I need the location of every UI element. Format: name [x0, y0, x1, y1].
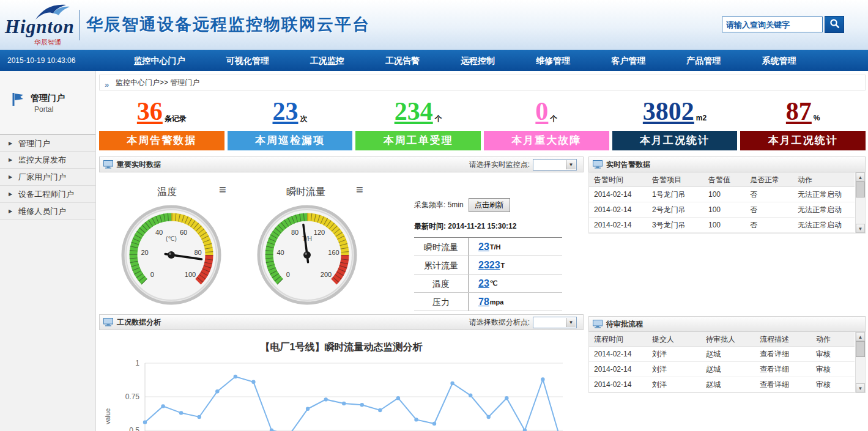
page-header: Hignton 华辰智通 华辰智通设备远程监控物联网云平台	[0, 0, 868, 50]
metric-label: 累计流量	[414, 256, 468, 274]
metric-value: 2323	[478, 260, 500, 271]
stat-unit: 次	[300, 114, 308, 124]
nav-item-customer[interactable]: 客户管理	[605, 50, 651, 71]
metric-row: 压力 78mpa	[414, 293, 562, 311]
sidebar-item-maintainer-portal[interactable]: ▶ 维修人员门户	[0, 203, 95, 220]
stat-value: 3802	[643, 98, 694, 125]
col-header: 动作	[793, 172, 855, 186]
col-header: 流程描述	[755, 332, 811, 346]
portal-title: 管理门户	[31, 93, 65, 104]
scrollbar-thumb[interactable]	[856, 341, 865, 357]
stat-unit: 个	[435, 114, 442, 124]
stat-unit: 个	[550, 114, 557, 124]
arrow-right-icon: ▶	[9, 186, 12, 203]
nav-item-condition-alarm[interactable]: 工况告警	[379, 50, 426, 71]
stat-label: 本周工单受理	[355, 131, 481, 150]
scroll-down-icon[interactable]: ▼	[856, 383, 865, 392]
sidebar-item-label: 维修人员门户	[18, 207, 66, 216]
metric-label: 温度	[414, 274, 468, 292]
alarm-time: 2014-02-14	[589, 187, 647, 202]
col-header: 告警时间	[589, 172, 647, 186]
chevron-down-icon[interactable]: ▼	[566, 160, 576, 169]
alarm-value: 100	[703, 202, 745, 217]
alarm-normal: 否	[745, 218, 793, 232]
approval-table-row: 2014-02-14 刘洋 赵城 查看详细 审核	[589, 347, 855, 362]
sidebar-item-factory-portal[interactable]: ▶ 厂家用户门户	[0, 169, 95, 186]
nav-item-condition-monitor[interactable]: 工况监控	[304, 50, 351, 71]
approval-table-scrollbar[interactable]: ▲ ▼	[855, 332, 865, 392]
realtime-panel-header: 重要实时数据 请选择实时监控点: ▼	[99, 157, 584, 172]
gauge-temperature-title: 温度	[157, 186, 177, 199]
metric-value: 23	[478, 278, 489, 289]
sidebar-item-admin-portal[interactable]: ▶ 管理门户	[0, 134, 95, 152]
monitor-point-dropdown[interactable]: ▼	[533, 159, 577, 171]
svg-text:80: 80	[194, 249, 201, 256]
nav-item-maintenance[interactable]: 维修管理	[530, 50, 576, 71]
metric-label: 瞬时流量	[414, 238, 468, 256]
submitter: 刘洋	[647, 377, 701, 392]
stat-card-monthly-faults[interactable]: 0个 本月重大故障	[484, 95, 609, 150]
svg-text:value: value	[104, 408, 111, 424]
sidebar-item-screen-publish[interactable]: ▶ 监控大屏发布	[0, 152, 95, 169]
audit-link[interactable]: 审核	[811, 377, 855, 392]
metric-row: 温度 23℃	[414, 274, 562, 293]
analysis-point-select-label: 请选择数据分析点:	[469, 317, 530, 328]
chart-menu-icon[interactable]: ≡	[356, 183, 363, 196]
audit-link[interactable]: 审核	[811, 362, 855, 377]
alarm-normal: 否	[745, 202, 793, 217]
stat-card-weekly-inspection[interactable]: 23次 本周巡检漏项	[228, 95, 353, 150]
col-header: 告警项目	[647, 172, 703, 186]
scroll-down-icon[interactable]: ▼	[856, 224, 865, 233]
arrow-right-icon: ▶	[9, 135, 12, 152]
chart-menu-icon[interactable]: ≡	[219, 183, 226, 196]
scroll-up-icon[interactable]: ▲	[856, 172, 865, 182]
nav-item-visualization[interactable]: 可视化管理	[220, 50, 275, 71]
view-detail-link[interactable]: 查看详细	[755, 362, 811, 377]
nav-timestamp: 2015-10-19 10:43:06	[7, 50, 75, 71]
col-header: 流程时间	[589, 332, 647, 346]
scrollbar-thumb[interactable]	[856, 182, 865, 197]
metric-row: 瞬时流量 23T/H	[414, 238, 562, 256]
logo-text: Hignton	[5, 16, 75, 38]
svg-text:60: 60	[180, 229, 187, 236]
analysis-panel-header: 工况数据分析 请选择数据分析点: ▼	[99, 314, 584, 330]
nav-item-remote-control[interactable]: 远程控制	[454, 50, 501, 71]
col-header: 提交人	[647, 332, 701, 346]
refresh-button[interactable]: 点击刷新	[469, 198, 510, 212]
metric-unit: T	[501, 262, 505, 269]
stat-card-monthly-condition-area[interactable]: 3802m2 本月工况统计	[612, 95, 738, 150]
view-detail-link[interactable]: 查看详细	[755, 347, 811, 361]
flow-time: 2014-02-14	[589, 377, 647, 392]
gauge-area: 温度 ≡ 0 20 40 60 80 100	[99, 172, 584, 312]
alarm-table-scrollbar[interactable]: ▲ ▼	[855, 172, 865, 233]
alarm-table-header: 告警时间 告警项目 告警值 是否正常 动作	[589, 172, 855, 187]
view-detail-link[interactable]: 查看详细	[755, 377, 811, 392]
stat-card-monthly-condition-pct[interactable]: 87% 本月工况统计	[740, 95, 866, 150]
svg-text:100: 100	[185, 271, 196, 278]
stat-card-weekly-alarms[interactable]: 36条记录 本周告警数据	[99, 95, 224, 150]
sidebar-item-engineer-portal[interactable]: ▶ 设备工程师门户	[0, 186, 95, 203]
nav-item-system[interactable]: 系统管理	[755, 50, 802, 71]
nav-item-product[interactable]: 产品管理	[680, 50, 727, 71]
breadcrumb-text: 监控中心门户>> 管理门户	[116, 78, 199, 87]
stat-unit: %	[814, 114, 820, 122]
flow-time: 2014-02-14	[589, 362, 647, 377]
search-input[interactable]	[722, 17, 823, 32]
stat-card-weekly-orders[interactable]: 234个 本周工单受理	[355, 95, 481, 150]
stat-label: 本月工况统计	[612, 131, 738, 150]
svg-text:T/H: T/H	[302, 235, 312, 242]
metric-row: 累计流量 2323T	[414, 256, 562, 274]
search-icon	[829, 18, 840, 31]
alarm-panel-title: 实时告警数据	[606, 160, 650, 170]
audit-link[interactable]: 审核	[811, 347, 855, 361]
chevron-down-icon[interactable]: ▼	[566, 318, 576, 327]
stat-label: 本周巡检漏项	[228, 131, 353, 150]
svg-text:0: 0	[150, 271, 154, 278]
scroll-up-icon[interactable]: ▲	[856, 332, 865, 341]
nav-item-monitor-center[interactable]: 监控中心门户	[128, 50, 191, 71]
col-header: 是否正常	[745, 172, 793, 186]
search-button[interactable]	[825, 16, 844, 33]
submitter: 刘洋	[647, 362, 701, 377]
nav-menu: 监控中心门户 可视化管理 工况监控 工况告警 远程控制 维修管理 客户管理 产品…	[113, 50, 817, 71]
analysis-point-dropdown[interactable]: ▼	[533, 317, 577, 328]
